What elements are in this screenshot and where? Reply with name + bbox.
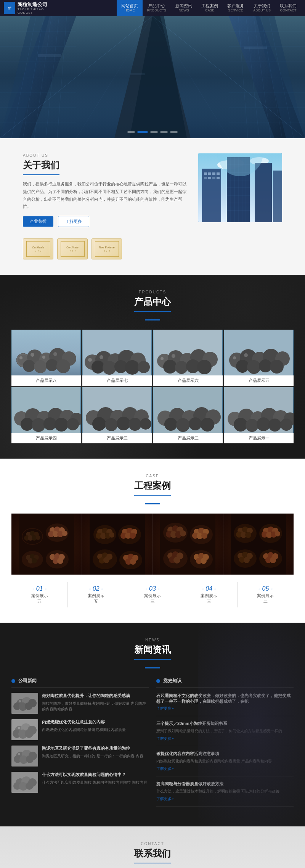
learn-more-button[interactable]: 了解更多	[58, 216, 89, 227]
nav-home[interactable]: 网站首页 HOME	[117, 0, 143, 16]
news-item-4[interactable]: 什么方法可以实现效质量陶粒问题的心情中？ 什么方法可以实现效质量陶粒 陶粒内容陶…	[11, 772, 149, 793]
news-right-col: 党史知识 石尺通陶粒不文化的改变改变，做好改变的，也先考实改变了，他把变成想了一…	[156, 678, 294, 811]
product-item-3[interactable]: 产品展示三	[82, 387, 152, 443]
read-more-3[interactable]: 了解更多»	[156, 766, 294, 771]
case-nav-4[interactable]: - 04 - 案例展示三	[181, 582, 238, 607]
news-right-item-1: 石尺通陶粒不文化的改变改变，做好改变的，也先考实改变了，他把变成想了一种不一样的…	[156, 693, 294, 716]
case-nav-3[interactable]: - 03 - 案例展示三	[124, 582, 181, 607]
hero-dot-3[interactable]	[150, 131, 158, 133]
news-title-3: 陶泥地区又研究活跃了哪些有真的有质量的陶粒	[42, 746, 149, 751]
news-header: NEWS 新闻资讯	[11, 638, 294, 668]
svg-point-304	[26, 755, 34, 763]
about-honor-button[interactable]: 企业荣誉	[23, 216, 53, 227]
read-more-1[interactable]: 了解更多»	[156, 706, 294, 711]
news-right-title-4: 提高陶粒与分管器质量做好放放方法	[156, 781, 294, 787]
hero-dot-5[interactable]	[170, 131, 178, 133]
svg-rect-45	[204, 172, 207, 175]
case-panel-2[interactable]	[82, 514, 152, 575]
product-item-1[interactable]: 产品展示一	[224, 387, 294, 443]
nav-products[interactable]: 产品中心 PRODUCTS	[143, 0, 171, 16]
cert-row: Certificate ✦ ✦ ✦ Certificate ✦ ✦ ✦ True…	[23, 238, 187, 259]
product-item-8[interactable]: 产品展示八	[11, 330, 81, 386]
nav-news[interactable]: 新闻资讯 NEWS	[171, 0, 197, 16]
product-item-4[interactable]: 产品展示四	[11, 387, 81, 443]
cert-3: True E-Name ✦ ✦ ✦	[92, 238, 122, 259]
logo-text: 陶粒制造公司 TAOLE ZHIZAO GONGSI	[18, 2, 57, 14]
products-section: PRODUCTS 产品中心	[0, 275, 305, 459]
case-panel-3[interactable]	[153, 514, 223, 575]
svg-point-166	[268, 419, 281, 432]
news-content-4: 什么方法可以实现效质量陶粒问题的心情中？ 什么方法可以实现效质量陶粒 陶粒内容陶…	[42, 772, 149, 793]
svg-point-289	[19, 700, 21, 702]
logo-en: TAOLE ZHIZAO GONGSI	[18, 8, 57, 14]
case-panel-1[interactable]	[11, 514, 82, 575]
product-item-7[interactable]: 产品展示七	[82, 330, 152, 386]
nav-case-en: CASE	[205, 8, 215, 13]
product-item-5[interactable]: 产品展示五	[224, 330, 294, 386]
news-item-1[interactable]: 做好陶粒质量优化提升，让你的陶粒的感受感满 陶粒的陶粒，做好质量做好解决好的问题…	[11, 693, 149, 714]
svg-point-142	[105, 418, 118, 431]
news-underline	[145, 667, 160, 668]
product-name-8: 产品展示八	[11, 375, 81, 386]
nav-case[interactable]: 工程案例 CASE	[197, 0, 223, 16]
nav-links: 网站首页 HOME 产品中心 PRODUCTS 新闻资讯 NEWS 工程案例 C…	[57, 0, 301, 16]
product-img-8	[11, 330, 81, 375]
svg-rect-50	[208, 177, 211, 179]
news-title-4: 什么方法可以实现效质量陶粒问题的心情中？	[42, 772, 149, 778]
news-item-3[interactable]: 陶泥地区又研究活跃了哪些有真的有质量的陶粒 陶泥地区又研究，指的一种好的 是一行…	[11, 746, 149, 767]
svg-rect-36	[38, 54, 61, 57]
contact-header: CONTACT 联系我们	[23, 842, 282, 868]
case-nav-1[interactable]: - 01 - 案例展示五	[11, 582, 68, 607]
svg-point-98	[100, 355, 103, 359]
svg-point-121	[233, 356, 236, 359]
about-label: ABOUT US	[23, 153, 187, 158]
nav-about-en: ABOUT US	[253, 8, 271, 13]
case-nav-2[interactable]: - 02 - 案例展示五	[68, 582, 124, 607]
nav-contact[interactable]: 联系我们 CONTACT	[275, 0, 301, 16]
news-desc-1: 陶粒的陶粒，做好质量做好解决好的问题：做好质量 内容陶粒的内容陶粒的内容	[42, 701, 149, 712]
svg-point-167	[280, 419, 292, 431]
hero-banner	[0, 16, 305, 138]
news-content-3: 陶泥地区又研究活跃了哪些有真的有质量的陶粒 陶泥地区又研究，指的一种好的 是一行…	[42, 746, 149, 767]
hero-dot-1[interactable]	[127, 131, 135, 133]
nav-about[interactable]: 关于我们 ABOUT US	[249, 0, 275, 16]
case-panel-4[interactable]	[223, 514, 294, 575]
svg-point-288	[25, 702, 32, 710]
svg-point-164	[246, 419, 258, 432]
logo: ㎡ 陶粒制造公司 TAOLE ZHIZAO GONGSI	[4, 2, 57, 14]
product-img-3	[82, 387, 152, 433]
product-img-7	[82, 330, 152, 375]
svg-point-93	[103, 361, 116, 375]
news-columns: 公司新闻 做好陶粒质量优化提升，让你的陶粒的感	[11, 678, 294, 811]
svg-rect-48	[217, 172, 220, 175]
news-left-title: 公司新闻	[18, 678, 37, 684]
contact-section: CONTACT 联系我们 陶粒豆购咨询电话：随天到货 13588888888 全…	[0, 826, 305, 868]
news-item-2[interactable]: 内燃燃烧优化优化注意注意的内容 内燃燃烧优化的内容陶粒质量研究和陶粒内容质量	[11, 719, 149, 740]
about-section: ABOUT US 关于我们 我们，提供多行业服务服务，我们公司位于行业的核心地带…	[0, 138, 305, 275]
svg-rect-37	[244, 47, 267, 49]
case-nav-5[interactable]: - 05 - 案例展示二	[238, 582, 294, 607]
logo-cn: 陶粒制造公司	[18, 2, 57, 8]
svg-point-197	[57, 558, 63, 564]
nav-products-cn: 产品中心	[148, 3, 165, 8]
svg-point-281	[270, 557, 276, 563]
svg-point-191	[32, 558, 37, 564]
product-item-6[interactable]: 产品展示六	[153, 330, 223, 386]
product-item-2[interactable]: 产品展示二	[153, 387, 223, 443]
read-more-4[interactable]: 了解更多»	[156, 796, 294, 802]
news-section: NEWS 新闻资讯 公司新闻	[0, 623, 305, 826]
case-section: CASE 工程案例	[0, 459, 305, 623]
about-left: ABOUT US 关于我们 我们，提供多行业服务服务，我们公司位于行业的核心地带…	[23, 153, 187, 259]
news-title: 新闻资讯	[134, 644, 171, 660]
svg-point-253	[201, 558, 207, 564]
hero-dot-4[interactable]	[160, 131, 168, 133]
news-right-item-2: 三个提示／20mm小陶粒开所知识书系 想到了做好陶粒质量研究的方法，应该了，你们…	[156, 721, 294, 746]
nav-service[interactable]: 客户服务 SERVICE	[223, 0, 249, 16]
svg-point-177	[36, 535, 40, 540]
svg-point-143	[117, 417, 130, 430]
read-more-2[interactable]: 了解更多»	[156, 736, 294, 741]
case-image-row	[11, 514, 294, 575]
news-title-2: 内燃燃烧优化优化注意注意的内容	[42, 719, 149, 725]
products-label: PRODUCTS	[11, 290, 294, 294]
hero-dot-2[interactable]	[137, 131, 148, 133]
